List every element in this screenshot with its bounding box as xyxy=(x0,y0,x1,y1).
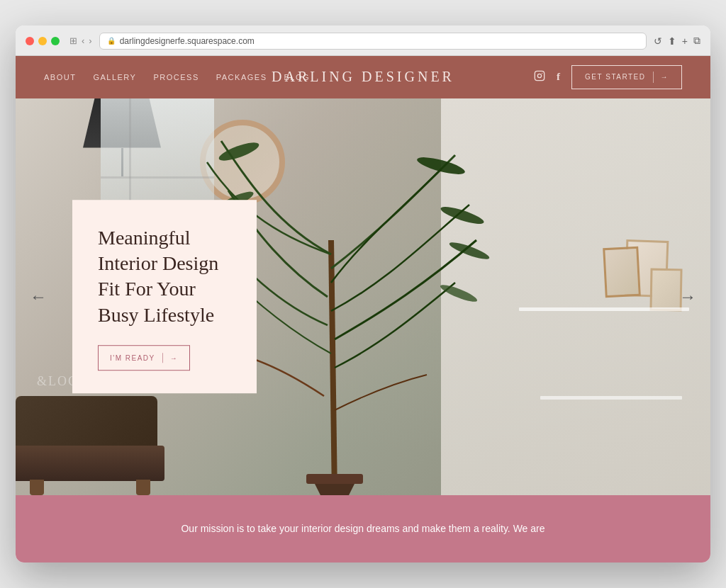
nav-process[interactable]: PROCESS xyxy=(153,73,199,81)
svg-point-2 xyxy=(542,73,542,74)
maximize-button[interactable] xyxy=(51,37,60,45)
hero-heading-line2: Interior Design xyxy=(98,252,218,274)
picture-frame-2 xyxy=(603,246,641,298)
get-started-arrow: → xyxy=(661,73,669,81)
shelf-2 xyxy=(540,396,682,400)
close-button[interactable] xyxy=(26,37,34,45)
hero-cta-arrow: → xyxy=(170,354,179,362)
browser-window: ⊞ ‹ › 🔒 darlingdesignerfe.squarespace.co… xyxy=(16,26,710,563)
website-content: ABOUT GALLERY PROCESS PACKAGES BLOG DARL… xyxy=(16,56,710,563)
hero-heading-line1: Meaningful xyxy=(98,227,191,249)
forward-button[interactable]: › xyxy=(89,35,91,46)
hero-text-card: Meaningful Interior Design Fit For Your … xyxy=(72,200,257,394)
svg-rect-0 xyxy=(535,71,544,80)
browser-chrome: ⊞ ‹ › 🔒 darlingdesignerfe.squarespace.co… xyxy=(16,26,710,56)
traffic-lights xyxy=(26,37,60,45)
cta-divider xyxy=(653,72,654,83)
nav-gallery[interactable]: GALLERY xyxy=(93,73,136,81)
navigation-bar: ABOUT GALLERY PROCESS PACKAGES BLOG DARL… xyxy=(16,56,710,98)
shelf-1 xyxy=(519,307,689,311)
svg-point-7 xyxy=(439,203,485,227)
svg-point-1 xyxy=(537,74,541,77)
svg-point-5 xyxy=(415,154,467,178)
hero-heading-line4: Busy Lifestyle xyxy=(98,304,214,326)
get-started-button[interactable]: GET STARTED → xyxy=(571,65,682,89)
hero-prev-arrow[interactable]: ← xyxy=(30,287,47,307)
reload-button[interactable]: ↺ xyxy=(654,35,662,47)
lock-icon: 🔒 xyxy=(107,37,116,45)
svg-rect-12 xyxy=(306,474,363,484)
minimize-button[interactable] xyxy=(38,37,47,45)
brand-logo[interactable]: DARLING DESIGNER xyxy=(272,69,454,85)
hero-heading: Meaningful Interior Design Fit For Your … xyxy=(98,225,231,329)
mission-section: Our mission is to take your interior des… xyxy=(16,495,710,563)
hero-cta-divider xyxy=(162,353,163,363)
im-ready-button[interactable]: I'M READY → xyxy=(98,345,190,371)
share-button[interactable]: ⬆ xyxy=(668,35,676,47)
im-ready-label: I'M READY xyxy=(110,354,155,362)
nav-packages[interactable]: PACKAGES xyxy=(216,73,267,81)
hero-next-arrow[interactable]: → xyxy=(679,287,696,307)
svg-point-11 xyxy=(439,282,479,305)
browser-action-buttons: ↺ ⬆ + ⧉ xyxy=(654,35,700,47)
browser-nav-controls: ⊞ ‹ › xyxy=(69,35,92,46)
instagram-icon[interactable] xyxy=(534,70,545,84)
sofa-leg-left xyxy=(30,480,44,495)
url-text: darlingdesignerfe.squarespace.com xyxy=(120,36,255,46)
nav-links: ABOUT GALLERY PROCESS PACKAGES BLOG xyxy=(44,73,310,81)
hero-section: &LOC ← → Meaningful Interior Design Fit … xyxy=(16,98,710,495)
sofa-seat xyxy=(16,446,164,481)
view-switcher-icon[interactable]: ⊞ xyxy=(69,35,77,46)
get-started-label: GET STARTED xyxy=(585,73,645,81)
mission-text: Our mission is to take your interior des… xyxy=(150,521,576,538)
nav-right-section: f GET STARTED → xyxy=(534,65,682,89)
new-tab-button[interactable]: + xyxy=(682,35,688,47)
address-bar[interactable]: 🔒 darlingdesignerfe.squarespace.com xyxy=(99,33,647,50)
facebook-icon[interactable]: f xyxy=(557,71,560,83)
back-button[interactable]: ‹ xyxy=(82,35,84,46)
nav-about[interactable]: ABOUT xyxy=(44,73,76,81)
picture-frame-3 xyxy=(649,268,682,311)
hero-heading-line3: Fit For Your xyxy=(98,278,196,300)
sofa-decoration xyxy=(16,396,172,495)
duplicate-tab-button[interactable]: ⧉ xyxy=(693,35,700,47)
sofa-leg-right xyxy=(136,480,150,495)
